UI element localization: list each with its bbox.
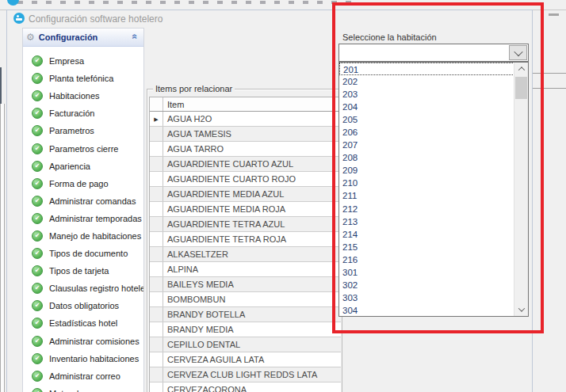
- room-option[interactable]: 303: [339, 291, 514, 304]
- sidebar-item-label: Tipos de tarjeta: [49, 266, 109, 276]
- room-option[interactable]: 205: [339, 113, 514, 126]
- check-circle-icon: ✔: [32, 108, 43, 119]
- room-option[interactable]: 209: [339, 164, 514, 177]
- scrollbar-thumb[interactable]: [515, 77, 527, 99]
- sidebar-item[interactable]: ✔ Datos obligatorios: [23, 297, 143, 314]
- sidebar-item[interactable]: ✔ Parametros cierre: [23, 139, 143, 157]
- table-row[interactable]: ▶ CEPILLO DENTAL: [150, 337, 341, 352]
- table-row[interactable]: ▶ AGUARDIENTE MEDIA AZUL: [150, 187, 341, 202]
- room-option[interactable]: 212: [339, 203, 514, 215]
- table-row[interactable]: ▶ AGUA H2O: [150, 112, 341, 127]
- sidebar-item-label: Facturación: [49, 108, 94, 118]
- sidebar-item[interactable]: ✔ Manejo de habitaciones: [23, 227, 143, 245]
- sidebar-item[interactable]: ✔ Habitaciones: [23, 87, 143, 105]
- combobox-dropdown-button[interactable]: [509, 45, 527, 60]
- sidebar-item[interactable]: ✔ Clausulas registro hotelero: [23, 280, 143, 297]
- sidebar-header[interactable]: ⚙ Configuración «: [23, 29, 143, 47]
- screen: Configuración software hotelero ⚙ Config…: [0, 0, 566, 392]
- table-row[interactable]: ▶ ALKASELTZER: [150, 247, 341, 262]
- item-column-header[interactable]: Item: [163, 97, 341, 111]
- chevron-down-icon: [518, 305, 524, 311]
- row-selector-cell: ▶: [150, 262, 163, 276]
- table-row[interactable]: ▶ AGUARDIENTE TETRA ROJA: [150, 232, 341, 247]
- sidebar-item[interactable]: ✔ Forma de pago: [23, 175, 143, 192]
- table-row[interactable]: ▶ ALPINA: [150, 262, 341, 277]
- table-row[interactable]: ▶ AGUA TAMESIS: [150, 127, 341, 142]
- title-bar[interactable]: Configuración software hotelero: [7, 10, 530, 28]
- background-window-fragment: [0, 104, 1, 392]
- check-circle-icon: ✔: [32, 388, 43, 392]
- sidebar-item[interactable]: ✔ Motor de reservas: [23, 385, 143, 392]
- table-row[interactable]: ▶ CERVEZA AGUILA LATA: [150, 352, 341, 367]
- current-row-arrow-icon: ▶: [154, 116, 158, 122]
- scroll-up-button[interactable]: [514, 63, 528, 75]
- check-circle-icon: ✔: [32, 55, 43, 67]
- sidebar-item[interactable]: ✔ Administrar temporadas: [23, 210, 143, 227]
- item-cell: BRANDY MEDIA: [163, 322, 341, 337]
- sidebar-item-label: Empresa: [49, 56, 84, 66]
- sidebar-item[interactable]: ✔ Administrar correo: [23, 367, 143, 385]
- sidebar-item[interactable]: ✔ Facturación: [23, 105, 143, 122]
- room-option[interactable]: 211: [339, 189, 514, 202]
- room-option[interactable]: 208: [339, 151, 514, 164]
- row-selector-cell: ▶: [150, 202, 163, 216]
- sidebar-item[interactable]: ✔ Administrar comisiones: [23, 333, 143, 350]
- room-option[interactable]: 216: [339, 253, 514, 266]
- background-gridline: [531, 88, 566, 89]
- background-window-fragment: [4, 104, 5, 392]
- sidebar-item-label: Habitaciones: [49, 91, 100, 101]
- sidebar-item[interactable]: ✔ Parametros: [23, 122, 143, 139]
- table-row[interactable]: ▶ CERVEZACORONA: [150, 382, 341, 392]
- room-option[interactable]: 204: [339, 101, 514, 113]
- item-cell: BOMBOMBUN: [163, 292, 341, 306]
- item-cell: ALKASELTZER: [163, 247, 341, 261]
- sidebar-item[interactable]: ✔ Inventario habitaciones: [23, 350, 143, 367]
- scroll-down-button[interactable]: [514, 303, 528, 316]
- table-row[interactable]: ▶ AGUARDIENTE MEDIA ROJA: [150, 202, 341, 217]
- check-circle-icon: ✔: [32, 73, 43, 84]
- room-option[interactable]: 304: [339, 304, 514, 316]
- table-row[interactable]: ▶ CERVEZA CLUB LIGHT REDDS LATA: [150, 367, 341, 382]
- sidebar-item[interactable]: ✔ Estadísticas hotel: [23, 314, 143, 332]
- sidebar-item[interactable]: ✔ Tipos de tarjeta: [23, 262, 143, 280]
- table-row[interactable]: ▶ AGUA TARRO: [150, 142, 341, 157]
- sidebar-item[interactable]: ✔ Administrar comandas: [23, 192, 143, 210]
- room-option[interactable]: 210: [339, 177, 514, 189]
- table-row[interactable]: ▶ BOMBOMBUN: [150, 292, 341, 307]
- table-header-row[interactable]: Item: [150, 97, 341, 112]
- sidebar-item[interactable]: ✔ Planta telefónica: [23, 70, 143, 87]
- table-row[interactable]: ▶ AGUARDIENTE CUARTO AZUL: [150, 157, 341, 172]
- gear-icon: ⚙: [26, 32, 35, 42]
- sidebar-item-label: Estadísticas hotel: [49, 318, 117, 328]
- table-row[interactable]: ▶ BRANDY BOTELLA: [150, 307, 341, 322]
- table-row[interactable]: ▶ AGUARDIENTE CUARTO ROJO: [150, 172, 341, 187]
- check-circle-icon: ✔: [32, 178, 43, 189]
- check-circle-icon: ✔: [32, 248, 43, 259]
- room-selector-label: Seleccione la habitación: [342, 32, 437, 42]
- room-combobox[interactable]: [338, 44, 529, 62]
- room-option[interactable]: 301: [339, 266, 514, 279]
- room-option[interactable]: 206: [339, 126, 514, 139]
- table-row[interactable]: ▶ AGUARDIENTE TETRA AZUL: [150, 217, 341, 232]
- row-selector-header: [150, 97, 163, 111]
- room-option[interactable]: 207: [339, 139, 514, 151]
- room-option[interactable]: 215: [339, 241, 514, 253]
- room-option[interactable]: 202: [339, 75, 514, 88]
- room-option[interactable]: 214: [339, 228, 514, 241]
- dropdown-scrollbar[interactable]: [514, 63, 528, 316]
- sidebar-item[interactable]: ✔ Apariencia: [23, 158, 143, 175]
- room-option[interactable]: 302: [339, 279, 514, 291]
- collapse-chevron-icon[interactable]: «: [131, 34, 140, 40]
- item-cell: AGUARDIENTE MEDIA AZUL: [163, 187, 341, 201]
- room-option[interactable]: 213: [339, 215, 514, 228]
- table-row[interactable]: ▶ BRANDY MEDIA: [150, 322, 341, 337]
- sidebar-item[interactable]: ✔ Tipos de documento: [23, 245, 143, 262]
- item-cell: AGUARDIENTE TETRA AZUL: [163, 217, 341, 231]
- item-cell: CERVEZA AGUILA LATA: [163, 352, 341, 367]
- room-option[interactable]: 203: [339, 88, 514, 101]
- table-row[interactable]: ▶ BAILEYS MEDIA: [150, 277, 341, 292]
- room-option[interactable]: 201: [339, 63, 514, 75]
- sidebar-item-label: Administrar comisiones: [49, 337, 140, 346]
- sidebar-item[interactable]: ✔ Empresa: [23, 52, 143, 70]
- sidebar-item-label: Inventario habitaciones: [49, 354, 139, 363]
